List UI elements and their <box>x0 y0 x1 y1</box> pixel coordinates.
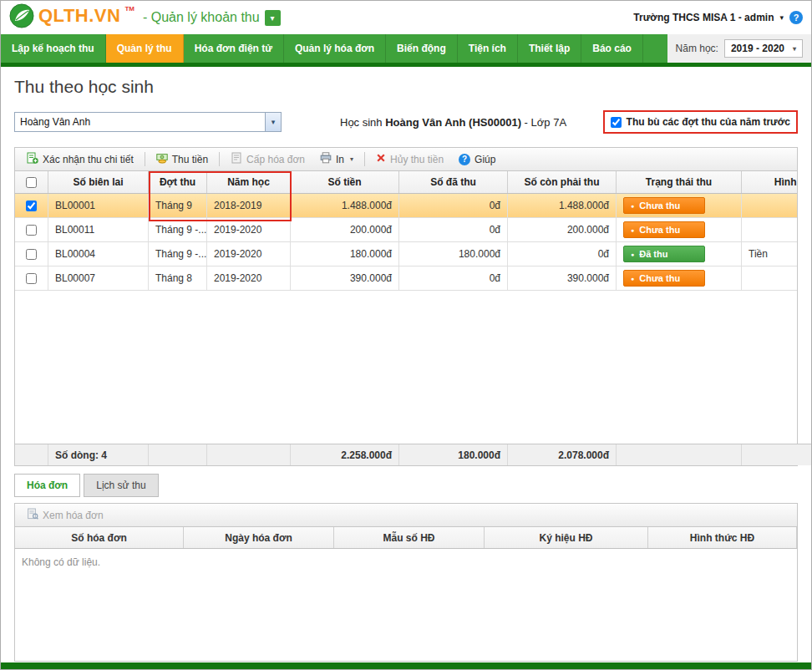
invoice-header-row: Số hóa đơn Ngày hóa đơn Mẫu số HĐ Ký hiệ… <box>15 527 797 549</box>
combo-chevron-down-icon[interactable]: ▾ <box>265 113 281 131</box>
amount-cell: 180.000đ <box>291 242 399 266</box>
col-header-amount[interactable]: Số tiền <box>291 171 399 193</box>
nav-tab-tien-ich[interactable]: Tiện ích <box>458 34 518 63</box>
main-nav: Lập kế hoạch thu Quản lý thu Hóa đơn điệ… <box>1 34 811 63</box>
nav-tab-quan-ly-thu[interactable]: Quản lý thu <box>106 34 184 63</box>
receipts-panel: Xác nhận thu chi tiết Thu tiền Cấp hóa đ… <box>14 147 798 466</box>
invoice-empty-state: Không có dữ liệu. <box>15 549 797 661</box>
period-cell: Tháng 9 <box>149 194 207 217</box>
row-checkbox[interactable] <box>26 200 37 211</box>
col-header-invoice-template[interactable]: Mẫu số HĐ <box>334 527 485 548</box>
remaining-cell: 390.000đ <box>508 266 617 290</box>
cancel-collect-button[interactable]: Hủy thu tiền <box>369 150 450 169</box>
school-year-select[interactable]: 2019 - 2020 ▾ <box>724 39 803 58</box>
invoice-panel: Xem hóa đơn Số hóa đơn Ngày hóa đơn Mẫu … <box>14 503 798 662</box>
module-dropdown-button[interactable]: ▾ <box>265 10 281 26</box>
school-year-area: Năm học: 2019 - 2020 ▾ <box>667 34 811 63</box>
year-cell: 2019-2020 <box>207 218 291 241</box>
status-badge: Đã thu <box>623 246 705 262</box>
receipts-toolbar: Xác nhận thu chi tiết Thu tiền Cấp hóa đ… <box>15 148 797 171</box>
remaining-cell: 200.000đ <box>508 218 617 241</box>
collected-cell: 180.000đ <box>399 242 508 266</box>
col-header-status[interactable]: Trạng thái thu <box>617 171 742 193</box>
student-select-value: Hoàng Vân Anh <box>15 116 265 128</box>
row-checkbox[interactable] <box>26 225 37 236</box>
receipt-no-cell: BL00004 <box>48 242 149 266</box>
receipts-header-row: Số biên lai Đợt thu Năm học Số tiền Số đ… <box>15 171 797 194</box>
toolbar-separator <box>145 152 145 166</box>
view-invoice-button[interactable]: Xem hóa đơn <box>20 506 110 525</box>
nav-tab-bien-dong[interactable]: Biến động <box>386 34 458 63</box>
student-info-class: - Lớp 7A <box>525 116 566 129</box>
method-cell <box>742 266 797 290</box>
amount-cell: 200.000đ <box>291 218 399 241</box>
receipt-no-cell: BL00011 <box>48 218 149 241</box>
receipts-footer-row: Số dòng: 4 2.258.000đ 180.000đ 2.078.000… <box>15 444 812 465</box>
student-info: Học sinh Hoàng Vân Anh (HS00001) - Lớp 7… <box>340 116 566 129</box>
row-checkbox[interactable] <box>26 249 37 260</box>
page-title: Thu theo học sinh <box>14 77 798 97</box>
collect-money-button[interactable]: Thu tiền <box>150 150 215 169</box>
col-header-year[interactable]: Năm học <box>207 171 291 193</box>
col-header-invoice-date[interactable]: Ngày hóa đơn <box>184 527 334 548</box>
logo-text: QLTH.VN <box>38 3 120 28</box>
table-row[interactable]: BL00007 Tháng 8 2019-2020 390.000đ 0đ 39… <box>15 266 797 291</box>
col-header-remaining[interactable]: Số còn phải thu <box>508 171 617 193</box>
row-checkbox[interactable] <box>26 273 37 284</box>
total-remaining: 2.078.000đ <box>508 444 617 465</box>
prev-year-label[interactable]: Thu bù các đợt thu của năm trước <box>627 116 790 128</box>
status-badge: Chưa thu <box>623 270 705 287</box>
student-select[interactable]: Hoàng Vân Anh ▾ <box>14 112 282 132</box>
receipt-no-cell: BL00007 <box>48 266 149 290</box>
main-content: Thu theo học sinh Hoàng Vân Anh ▾ Học si… <box>1 67 811 662</box>
nav-tab-hoa-don-dien-tu[interactable]: Hóa đơn điện tử <box>184 34 284 63</box>
account-menu[interactable]: Trường THCS MISA 1 - admin <box>633 12 774 23</box>
col-header-invoice-symbol[interactable]: Ký hiệu HĐ <box>485 527 648 548</box>
col-header-invoice-type[interactable]: Hình thức HĐ <box>648 527 797 548</box>
money-icon <box>156 152 168 166</box>
collected-cell: 0đ <box>399 266 508 290</box>
red-x-icon <box>376 153 386 165</box>
col-header-period[interactable]: Đợt thu <box>149 171 207 193</box>
logo-tm: TM <box>124 5 134 13</box>
select-all-checkbox[interactable] <box>26 177 37 188</box>
detail-tabs: Hóa đơn Lịch sử thu <box>14 474 798 497</box>
toolbar-separator <box>219 152 220 166</box>
year-cell: 2019-2020 <box>207 266 291 290</box>
nav-tab-quan-ly-hoa-don[interactable]: Quản lý hóa đơn <box>284 34 386 63</box>
col-header-method[interactable]: Hình th <box>742 171 797 193</box>
school-year-value: 2019 - 2020 <box>731 43 784 54</box>
method-cell <box>742 194 797 217</box>
confirm-detail-button[interactable]: Xác nhận thu chi tiết <box>20 150 140 169</box>
nav-tab-thiet-lap[interactable]: Thiết lập <box>518 34 581 63</box>
header-help-icon[interactable]: ? <box>789 11 803 24</box>
chevron-down-icon: ▾ <box>793 45 796 53</box>
print-button[interactable]: In ▾ <box>313 150 360 169</box>
tab-hoa-don[interactable]: Hóa đơn <box>14 474 80 497</box>
collected-cell: 0đ <box>399 218 508 241</box>
col-header-receipt-no[interactable]: Số biên lai <box>48 171 149 193</box>
chevron-down-icon: ▾ <box>271 13 275 23</box>
total-amount: 2.258.000đ <box>291 444 399 465</box>
table-row[interactable]: BL00001 Tháng 9 2018-2019 1.488.000đ 0đ … <box>15 194 797 218</box>
table-row[interactable]: BL00011 Tháng 9 -... 2019-2020 200.000đ … <box>15 218 797 242</box>
invoice-icon <box>231 152 242 166</box>
module-title: - Quản lý khoản thu <box>143 10 260 25</box>
receipts-grid: Số biên lai Đợt thu Năm học Số tiền Số đ… <box>15 171 797 444</box>
col-header-collected[interactable]: Số đã thu <box>399 171 508 193</box>
printer-icon <box>320 152 332 166</box>
tab-lich-su-thu[interactable]: Lịch sử thu <box>84 474 158 497</box>
table-row[interactable]: BL00004 Tháng 9 -... 2019-2020 180.000đ … <box>15 242 797 266</box>
student-info-name: Hoàng Vân Anh (HS00001) <box>385 116 521 129</box>
help-button[interactable]: ? Giúp <box>452 150 502 169</box>
nav-tab-bao-cao[interactable]: Báo cáo <box>581 34 643 63</box>
issue-invoice-button[interactable]: Cấp hóa đơn <box>224 150 312 169</box>
year-cell: 2019-2020 <box>207 242 291 266</box>
account-chevron-down-icon[interactable]: ▾ <box>779 13 784 22</box>
prev-year-checkbox[interactable] <box>611 117 622 128</box>
col-header-invoice-no[interactable]: Số hóa đơn <box>15 527 184 548</box>
bottom-green-bar <box>1 662 811 669</box>
app-logo: QLTH.VN TM <box>9 3 134 32</box>
nav-tab-lap-ke-hoach-thu[interactable]: Lập kế hoạch thu <box>1 34 106 63</box>
receipt-no-cell: BL00001 <box>48 194 149 217</box>
